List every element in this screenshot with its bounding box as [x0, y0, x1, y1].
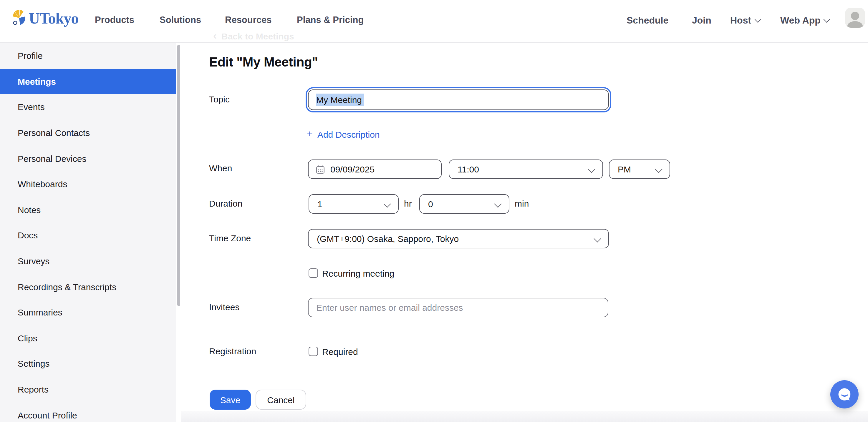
- page: UTokyo Products Solutions Resources Plan…: [0, 0, 868, 422]
- sidebar-item-clips[interactable]: Clips: [0, 325, 176, 351]
- add-description-link[interactable]: + Add Description: [307, 129, 380, 140]
- page-title: Edit "My Meeting": [209, 55, 318, 70]
- duration-hr-select[interactable]: 1: [309, 194, 399, 214]
- chevron-down-icon: [383, 200, 391, 207]
- date-value: 09/09/2025: [330, 164, 374, 174]
- back-to-meetings-link[interactable]: ‹ Back to Meetings: [213, 30, 294, 42]
- sidebar-scrollbar[interactable]: [177, 45, 180, 306]
- sidebar-item-meetings[interactable]: Meetings: [0, 69, 176, 94]
- ginkgo-leaf-icon: [12, 9, 26, 28]
- sidebar-item-personal-contacts[interactable]: Personal Contacts: [0, 120, 176, 146]
- calendar-icon: [316, 164, 325, 174]
- duration-hr-value: 1: [317, 199, 322, 209]
- sidebar-nav: Profile Meetings Events Personal Contact…: [0, 43, 176, 422]
- registration-required-checkbox[interactable]: [309, 347, 318, 356]
- chevron-down-icon: [594, 235, 601, 242]
- sidebar-item-surveys[interactable]: Surveys: [0, 248, 176, 274]
- nav-web-app[interactable]: Web App: [780, 15, 830, 27]
- chevron-down-icon: [754, 16, 761, 23]
- recurring-meeting-checkbox[interactable]: [309, 268, 318, 278]
- topic-value-selected: My Meeting: [316, 94, 364, 106]
- chevron-down-icon: [588, 165, 595, 173]
- nav-join[interactable]: Join: [692, 15, 711, 27]
- date-picker[interactable]: 09/09/2025: [308, 160, 442, 179]
- nav-solutions[interactable]: Solutions: [160, 14, 201, 26]
- sidebar-item-reports[interactable]: Reports: [0, 377, 176, 402]
- duration-min-value: 0: [428, 199, 433, 209]
- sidebar-item-events[interactable]: Events: [0, 94, 176, 120]
- sidebar-item-profile[interactable]: Profile: [0, 43, 176, 69]
- sidebar-item-settings[interactable]: Settings: [0, 351, 176, 377]
- time-value: 11:00: [458, 164, 479, 174]
- invitees-input[interactable]: [308, 298, 608, 317]
- nav-products[interactable]: Products: [95, 14, 134, 26]
- chevron-left-icon: ‹: [213, 30, 217, 42]
- recurring-meeting-label: Recurring meeting: [322, 269, 394, 279]
- sidebar-item-notes[interactable]: Notes: [0, 197, 176, 223]
- person-icon: [851, 12, 859, 20]
- support-chat-button[interactable]: [830, 380, 859, 409]
- save-button[interactable]: Save: [210, 390, 251, 410]
- chevron-down-icon: [494, 200, 501, 207]
- invitees-label: Invitees: [209, 302, 239, 312]
- timezone-select[interactable]: (GMT+9:00) Osaka, Sapporo, Tokyo: [308, 229, 609, 248]
- sidebar-item-whiteboards[interactable]: Whiteboards: [0, 171, 176, 197]
- sidebar-item-personal-devices[interactable]: Personal Devices: [0, 146, 176, 171]
- topic-label: Topic: [209, 95, 230, 104]
- plus-icon: +: [307, 128, 313, 140]
- meridiem-select[interactable]: PM: [609, 160, 670, 179]
- logo-text: UTokyo: [29, 10, 78, 27]
- start-time-select[interactable]: 11:00: [449, 160, 603, 179]
- chevron-down-icon: [824, 16, 831, 23]
- sidebar-item-summaries[interactable]: Summaries: [0, 300, 176, 325]
- min-unit-label: min: [515, 199, 529, 208]
- utokyo-logo[interactable]: UTokyo: [12, 9, 78, 28]
- chat-bubble-icon: [837, 386, 852, 402]
- timezone-value: (GMT+9:00) Osaka, Sapporo, Tokyo: [317, 234, 459, 244]
- hr-unit-label: hr: [404, 199, 412, 208]
- nav-schedule[interactable]: Schedule: [626, 15, 669, 27]
- sidebar-item-account-profile[interactable]: Account Profile: [0, 402, 176, 422]
- nav-plans-pricing[interactable]: Plans & Pricing: [297, 14, 364, 26]
- sidebar-item-docs[interactable]: Docs: [0, 223, 176, 248]
- user-avatar[interactable]: [845, 8, 865, 28]
- nav-resources[interactable]: Resources: [225, 14, 272, 26]
- when-label: When: [209, 164, 232, 173]
- nav-host[interactable]: Host: [730, 15, 760, 27]
- cancel-button[interactable]: Cancel: [255, 390, 306, 410]
- topic-input[interactable]: My Meeting: [308, 90, 609, 110]
- meridiem-value: PM: [618, 164, 631, 174]
- chevron-down-icon: [655, 165, 662, 173]
- registration-label: Registration: [209, 347, 256, 356]
- registration-required-label: Required: [322, 347, 358, 357]
- page-footer-strip: [176, 411, 868, 422]
- duration-min-select[interactable]: 0: [419, 194, 509, 214]
- duration-label: Duration: [209, 199, 242, 208]
- sidebar-item-recordings-transcripts[interactable]: Recordings & Transcripts: [0, 274, 176, 300]
- top-header: UTokyo Products Solutions Resources Plan…: [0, 0, 868, 43]
- timezone-label: Time Zone: [209, 234, 251, 243]
